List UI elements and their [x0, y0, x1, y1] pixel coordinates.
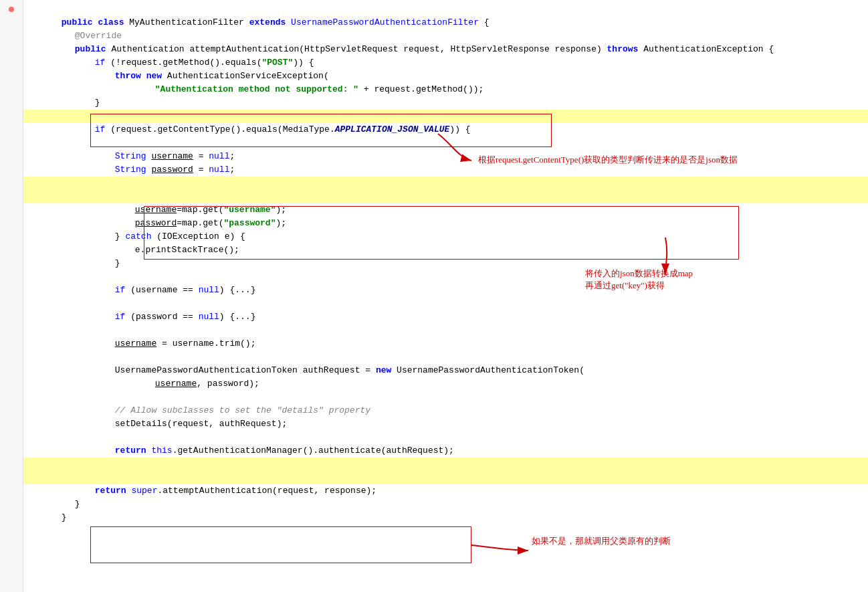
- annotation-box-super: [90, 526, 471, 563]
- code-line-19: }: [23, 243, 868, 257]
- line-gutter: [0, 0, 23, 592]
- gutter-line: [0, 203, 23, 217]
- gutter-line: [0, 243, 23, 257]
- gutter-line: [0, 56, 23, 70]
- gutter-line: [0, 364, 23, 377]
- code-line-24: [23, 310, 868, 324]
- code-line-14: Map<String, String> map = new ObjectMapp…: [23, 177, 868, 190]
- code-line-9: if (request.getContentType().equals(Medi…: [23, 110, 868, 123]
- code-line-36: return super.attemptAuthentication(reque…: [23, 471, 868, 484]
- code-line-18: e.printStackTrace();: [23, 230, 868, 243]
- gutter-line: [0, 551, 23, 565]
- code-line-1: public class MyAuthenticationFilter exte…: [23, 3, 868, 16]
- code-line-22: [23, 284, 868, 297]
- code-line-30: // Allow subclasses to set the "details"…: [23, 391, 868, 404]
- code-line-26: [23, 337, 868, 351]
- code-line-20: [23, 257, 868, 270]
- gutter-line: [0, 578, 23, 591]
- code-line-35: //不是，就使用原来父类的key-value形式获取: [23, 458, 868, 471]
- gutter-line: [0, 83, 23, 96]
- gutter-line: [0, 123, 23, 136]
- code-line-23: if (password == null) {...}: [23, 297, 868, 310]
- code-line-7: }: [23, 83, 868, 96]
- code-line-16: password=map.get("password");: [23, 203, 868, 217]
- gutter-line: [0, 498, 23, 511]
- code-line-11: String username = null;: [23, 136, 868, 150]
- code-line-31: setDetails(request, authRequest);: [23, 404, 868, 417]
- gutter-line: [0, 337, 23, 351]
- code-line-32: [23, 417, 868, 431]
- brace-close6: }: [62, 512, 67, 522]
- code-line-28: username, password);: [23, 364, 868, 377]
- gutter-line: [0, 310, 23, 324]
- gutter-line: [0, 284, 23, 297]
- code-line-33: return this.getAuthenticationManager().a…: [23, 431, 868, 444]
- code-line-8: //说明以json的形式传递参数: [23, 96, 868, 110]
- gutter-line: [0, 177, 23, 190]
- code-line-5: throw new AuthenticationServiceException…: [23, 56, 868, 70]
- code-line-13: try {: [23, 163, 868, 177]
- annotation-text-3: 如果不是，那就调用父类原有的判断: [532, 535, 671, 547]
- code-line-10: [23, 123, 868, 136]
- gutter-line: [0, 217, 23, 230]
- code-line-37: }: [23, 484, 868, 498]
- gutter-line: [0, 484, 23, 498]
- code-line-21: if (username == null) {...}: [23, 270, 868, 284]
- code-line-29: [23, 377, 868, 391]
- code-line-3: public Authentication attemptAuthenticat…: [23, 29, 868, 43]
- gutter-line: [0, 458, 23, 471]
- gutter-line: [0, 524, 23, 538]
- gutter-line: [0, 324, 23, 337]
- gutter-line: [0, 444, 23, 458]
- gutter-line: [0, 538, 23, 551]
- code-line-25: username = username.trim();: [23, 324, 868, 337]
- gutter-line: [0, 404, 23, 417]
- code-line-27: UsernamePasswordAuthenticationToken auth…: [23, 351, 868, 364]
- code-line-2: @Override: [23, 16, 868, 29]
- gutter-line: [0, 110, 23, 123]
- gutter-line: [0, 297, 23, 310]
- gutter-line: [0, 150, 23, 163]
- gutter-breakpoint: [0, 3, 23, 16]
- gutter-line: [0, 16, 23, 29]
- gutter-line: [0, 257, 23, 270]
- gutter-line: [0, 351, 23, 364]
- gutter-line: [0, 29, 23, 43]
- gutter-line: [0, 230, 23, 243]
- code-area[interactable]: public class MyAuthenticationFilter exte…: [23, 0, 868, 592]
- code-line-12: String password = null;: [23, 150, 868, 163]
- code-line-34: }: [23, 444, 868, 458]
- gutter-line: [0, 565, 23, 578]
- gutter-line: [0, 391, 23, 404]
- gutter-line: [0, 417, 23, 431]
- gutter-line: [0, 96, 23, 110]
- code-line-38: }: [23, 498, 868, 511]
- code-line-17: } catch (IOException e) {: [23, 217, 868, 230]
- code-line-4: if (!request.getMethod().equals("POST"))…: [23, 43, 868, 56]
- gutter-line: [0, 136, 23, 150]
- editor-container: public class MyAuthenticationFilter exte…: [0, 0, 868, 592]
- gutter-line: [0, 377, 23, 391]
- gutter-line: [0, 471, 23, 484]
- gutter-line: [0, 70, 23, 83]
- gutter-line: [0, 431, 23, 444]
- code-line-6: "Authentication method not supported: " …: [23, 70, 868, 83]
- gutter-line: [0, 511, 23, 524]
- gutter-line: [0, 43, 23, 56]
- gutter-line: [0, 163, 23, 177]
- gutter-line: [0, 190, 23, 203]
- gutter-line: [0, 270, 23, 284]
- code-line-15: username=map.get("username");: [23, 190, 868, 203]
